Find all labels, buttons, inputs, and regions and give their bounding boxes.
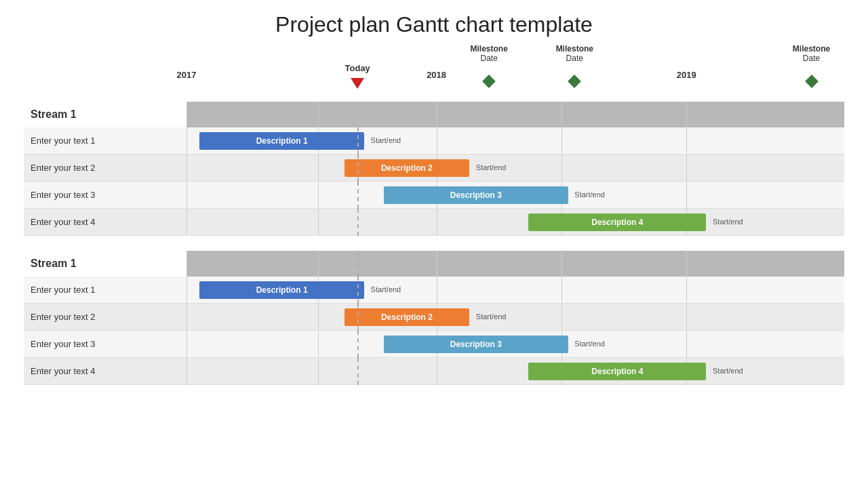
grid-line [686, 251, 687, 277]
bar-cell: Description 3 Start/end [186, 331, 844, 358]
startend-label: Start/end [574, 190, 605, 199]
row-label: Enter your text 2 [24, 155, 186, 182]
page-title: Project plan Gantt chart template [275, 12, 593, 37]
row-label: Enter your text 1 [24, 277, 186, 304]
milestone-diamond-3 [805, 75, 818, 88]
grid-line [686, 304, 687, 330]
task-bar-2-1: Description 1 [199, 281, 364, 299]
milestone-label-3: Milestone Date [793, 44, 830, 63]
row-label: Enter your text 1 [24, 127, 186, 155]
bar-cell: Description 1 Start/end [186, 127, 844, 155]
startend-label: Start/end [476, 312, 507, 321]
grid-line [686, 331, 687, 357]
year-2017: 2017 [177, 70, 197, 80]
grid-line [686, 155, 687, 181]
bar-cell: Description 2 Start/end [186, 304, 844, 331]
row-label: Enter your text 3 [24, 182, 186, 209]
startend-label: Start/end [574, 340, 605, 348]
grid-line [318, 304, 319, 330]
today-triangle [351, 78, 364, 89]
grid-line [561, 155, 562, 181]
grid-line [561, 277, 562, 303]
grid-line [437, 251, 437, 277]
grid-line [437, 102, 437, 127]
bar-cell: Description 4 Start/end [186, 209, 844, 236]
grid-line [186, 331, 187, 357]
milestone-label-2: Milestone Date [556, 44, 593, 63]
year-2018: 2018 [427, 70, 446, 80]
table-row: Enter your text 2 Description 2 Start/en… [24, 155, 844, 182]
stream-header-1: Stream 1 [24, 102, 844, 127]
grid-line [318, 209, 319, 235]
table-row: Enter your text 4 Description 4 Start/en… [24, 358, 844, 385]
table-row: Enter your text 3 Description 3 Start/en… [24, 331, 844, 358]
startend-label: Start/end [371, 136, 401, 144]
stream-header-2: Stream 1 [24, 251, 844, 277]
grid-line [561, 102, 562, 127]
today-label: Today [345, 63, 370, 73]
gantt-section-2: Stream 1 Enter your text 1 Description 1… [24, 251, 844, 385]
table-row: Enter your text 4 Description 4 Start/en… [24, 209, 844, 236]
startend-label: Start/end [476, 163, 507, 171]
grid-line [686, 127, 687, 154]
year-2019: 2019 [677, 70, 696, 80]
milestone-label-1: Milestone Date [471, 44, 508, 63]
grid-line [318, 251, 319, 277]
grid-line [186, 251, 187, 277]
bar-cell: Description 1 Start/end [186, 277, 844, 304]
task-bar-1-3: Description 3 [384, 186, 568, 204]
grid-line [686, 102, 687, 127]
grid-line [186, 304, 187, 330]
gantt-section-1: Stream 1 Enter your text 1 Description 1… [24, 102, 844, 236]
grid-line [437, 209, 437, 235]
row-label: Enter your text 4 [24, 209, 186, 236]
grid-line [186, 358, 187, 384]
chart-container: 2017 2018 2019 Today Milestone Date Mile… [24, 44, 844, 392]
row-label: Enter your text 4 [24, 358, 186, 385]
row-label: Enter your text 2 [24, 304, 186, 331]
bar-cell: Description 2 Start/end [186, 155, 844, 182]
today-dashed-line [357, 127, 359, 155]
today-dashed-line [357, 155, 359, 182]
grid-line [561, 304, 562, 330]
grid-line [437, 277, 437, 303]
task-bar-1-4: Description 4 [528, 214, 706, 231]
grid-line [186, 209, 187, 235]
today-dashed-line [357, 358, 359, 385]
grid-line [561, 251, 562, 277]
startend-label: Start/end [713, 367, 743, 375]
grid-line [437, 358, 437, 384]
milestone-diamond-1 [482, 75, 496, 88]
stream-label-1: Stream 1 [24, 102, 186, 127]
grid-line [437, 127, 437, 154]
table-row: Enter your text 1 Description 1 Start/en… [24, 277, 844, 304]
grid-line [186, 182, 187, 208]
grid-line [686, 277, 687, 303]
today-dashed-line [357, 304, 359, 331]
bar-cell: Description 3 Start/end [186, 182, 844, 209]
grid-line [561, 127, 562, 154]
today-dashed-line [357, 182, 359, 209]
today-dashed-line [357, 209, 359, 236]
grid-line [318, 358, 319, 384]
table-row: Enter your text 2 Description 2 Start/en… [24, 304, 844, 331]
grid-line [318, 155, 319, 181]
grid-line [186, 127, 187, 154]
task-bar-2-4: Description 4 [528, 363, 706, 380]
task-bar-1-1: Description 1 [199, 132, 364, 150]
stream-label-2: Stream 1 [24, 251, 186, 277]
grid-line [186, 155, 187, 181]
milestone-diamond-2 [568, 75, 581, 88]
table-row: Enter your text 1 Description 1 Start/en… [24, 127, 844, 155]
today-dashed-line [357, 251, 359, 277]
task-bar-2-2: Description 2 [344, 308, 469, 326]
today-dashed-line [357, 331, 359, 358]
task-bar-1-2: Description 2 [344, 159, 469, 177]
startend-label: Start/end [713, 218, 743, 226]
startend-label: Start/end [371, 285, 401, 293]
task-bar-2-3: Description 3 [384, 336, 568, 353]
grid-line [318, 102, 319, 127]
grid-line [318, 331, 319, 357]
bar-cell: Description 4 Start/end [186, 358, 844, 385]
grid-line [186, 277, 187, 303]
